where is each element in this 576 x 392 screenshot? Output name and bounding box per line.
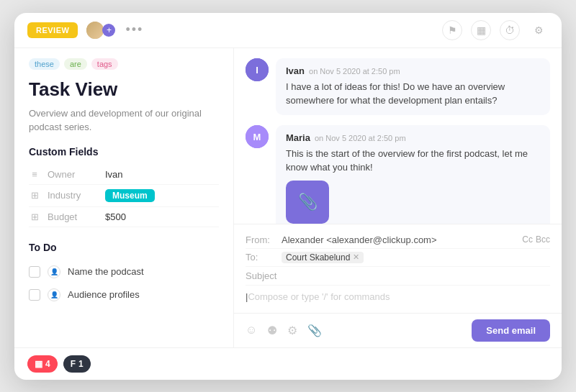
app-window: REVIEW + ••• ⚑ ▦ ⏱ ⚙ these are tags Task… <box>14 13 562 380</box>
comment-ivan: I Ivan on Nov 5 2020 at 2:50 pm I have a… <box>246 58 550 115</box>
to-recipient: Court Skabelund <box>286 252 350 263</box>
field-row-industry: ⊞ Industry Museum <box>29 185 219 207</box>
subject-label: Subject <box>246 270 276 281</box>
comment-time-ivan: on Nov 5 2020 at 2:50 pm <box>309 67 400 76</box>
field-label-industry: Industry <box>48 190 98 201</box>
from-value: Alexander <alexander@clickup.com> <box>282 234 522 245</box>
email-bottom-bar: ☺ ⚉ ⚙ 📎 Send email <box>234 313 562 347</box>
red-badge-icon: ▦ <box>35 359 42 369</box>
comment-author-ivan: Ivan <box>286 65 305 76</box>
dark-badge-count: 1 <box>78 359 84 369</box>
todo-user-icon-2: 👤 <box>48 288 60 301</box>
field-value-industry[interactable]: Museum <box>105 189 155 202</box>
field-icon-industry: ⊞ <box>29 190 40 201</box>
compose-area[interactable]: |Compose or type '/' for commands <box>246 286 550 307</box>
comment-bubble-maria: Maria on Nov 5 2020 at 2:50 pm This is t… <box>276 125 550 224</box>
more-options-button[interactable]: ••• <box>125 22 143 37</box>
comment-bubble-ivan: Ivan on Nov 5 2020 at 2:50 pm I have a l… <box>276 58 550 115</box>
svg-text:I: I <box>256 65 258 76</box>
field-icon-owner: ≡ <box>29 169 40 180</box>
todo-text-2: Audience profiles <box>68 289 140 300</box>
tag-tags[interactable]: tags <box>91 58 118 70</box>
cc-bcc-group: Cc Bcc <box>522 234 550 245</box>
email-from-row: From: Alexander <alexander@clickup.com> … <box>246 232 550 249</box>
add-avatar-button[interactable]: + <box>102 24 115 37</box>
remove-recipient-button[interactable]: ✕ <box>353 252 359 262</box>
subject-row: Subject <box>246 267 550 286</box>
to-label: To: <box>246 252 282 263</box>
bottom-left-icons: ▦ 4 F 1 <box>27 355 91 373</box>
main-content: these are tags Task View Overview and de… <box>14 48 562 347</box>
avatar-group: + <box>85 20 115 40</box>
attachment-button[interactable]: 📎 <box>307 324 322 337</box>
comment-text-ivan: I have a lot of ideas for this! Do we ha… <box>286 80 540 108</box>
email-compose: From: Alexander <alexander@clickup.com> … <box>234 224 562 313</box>
flag-icon[interactable]: ⚑ <box>442 20 462 40</box>
red-badge-button[interactable]: ▦ 4 <box>27 355 58 373</box>
field-icon-budget: ⊞ <box>29 211 40 222</box>
bottom-bar: ▦ 4 F 1 <box>14 347 562 380</box>
todo-text-1: Name the podcast <box>68 266 144 277</box>
field-row-owner: ≡ Owner Ivan <box>29 165 219 185</box>
calendar-icon[interactable]: ▦ <box>471 20 491 40</box>
tags-row: these are tags <box>29 58 219 70</box>
todo-item-2: 👤 Audience profiles <box>29 283 219 306</box>
left-panel: these are tags Task View Overview and de… <box>14 48 234 347</box>
clock-icon[interactable]: ⏱ <box>500 20 520 40</box>
email-to-row: To: Court Skabelund ✕ <box>246 249 550 267</box>
comment-time-maria: on Nov 5 2020 at 2:50 pm <box>315 134 406 142</box>
cc-button[interactable]: Cc <box>522 234 533 245</box>
todo-item-1: 👤 Name the podcast <box>29 260 219 283</box>
top-bar: REVIEW + ••• ⚑ ▦ ⏱ ⚙ <box>14 13 562 48</box>
avatar-maria: M <box>246 125 269 148</box>
attachment-icon[interactable]: 📎 <box>286 181 329 224</box>
settings-icon[interactable]: ⚙ <box>287 324 297 337</box>
review-button[interactable]: REVIEW <box>27 22 78 38</box>
email-tools: ☺ ⚉ ⚙ 📎 <box>246 324 322 337</box>
top-bar-icons: ⚑ ▦ ⏱ ⚙ <box>442 20 549 40</box>
comments-area: I Ivan on Nov 5 2020 at 2:50 pm I have a… <box>234 48 562 224</box>
task-description: Overview and development of our original… <box>29 106 219 135</box>
from-label: From: <box>246 234 282 245</box>
todo-checkbox-1[interactable] <box>29 266 40 278</box>
custom-fields-section: Custom Fields ≡ Owner Ivan ⊞ Industry Mu… <box>29 146 219 227</box>
comment-maria: M Maria on Nov 5 2020 at 2:50 pm This is… <box>246 125 550 224</box>
page-title: Task View <box>29 78 219 101</box>
field-value-budget: $500 <box>105 211 126 222</box>
red-badge-count: 4 <box>45 359 50 369</box>
field-label-owner: Owner <box>48 169 98 180</box>
dark-badge-icon: F <box>71 359 76 369</box>
comment-text-maria: This is the start of the overview for th… <box>286 147 540 175</box>
avatar-ivan: I <box>246 58 269 81</box>
compose-placeholder: Compose or type '/' for commands <box>248 291 390 302</box>
to-chip[interactable]: Court Skabelund ✕ <box>282 252 364 263</box>
right-panel: I Ivan on Nov 5 2020 at 2:50 pm I have a… <box>234 48 562 347</box>
todo-checkbox-2[interactable] <box>29 289 40 301</box>
custom-fields-title: Custom Fields <box>29 146 219 158</box>
todo-title: To Do <box>29 242 219 253</box>
comment-author-maria: Maria <box>286 132 310 143</box>
field-row-budget: ⊞ Budget $500 <box>29 207 219 227</box>
send-email-button[interactable]: Send email <box>472 319 550 342</box>
tag-are[interactable]: are <box>64 58 87 70</box>
mention-icon[interactable]: ⚉ <box>267 324 277 337</box>
comment-header-maria: Maria on Nov 5 2020 at 2:50 pm <box>286 132 540 143</box>
svg-text:M: M <box>253 132 261 142</box>
field-value-owner: Ivan <box>105 169 123 180</box>
emoji-icon[interactable]: ☺ <box>246 324 257 337</box>
todo-section: To Do 👤 Name the podcast 👤 Audience prof… <box>29 242 219 306</box>
bcc-button[interactable]: Bcc <box>536 234 550 245</box>
field-label-budget: Budget <box>48 211 98 222</box>
tag-these[interactable]: these <box>29 58 60 70</box>
comment-header-ivan: Ivan on Nov 5 2020 at 2:50 pm <box>286 65 540 76</box>
todo-user-icon-1: 👤 <box>48 265 60 278</box>
dark-badge-button[interactable]: F 1 <box>63 355 91 373</box>
settings-icon[interactable]: ⚙ <box>528 20 549 40</box>
